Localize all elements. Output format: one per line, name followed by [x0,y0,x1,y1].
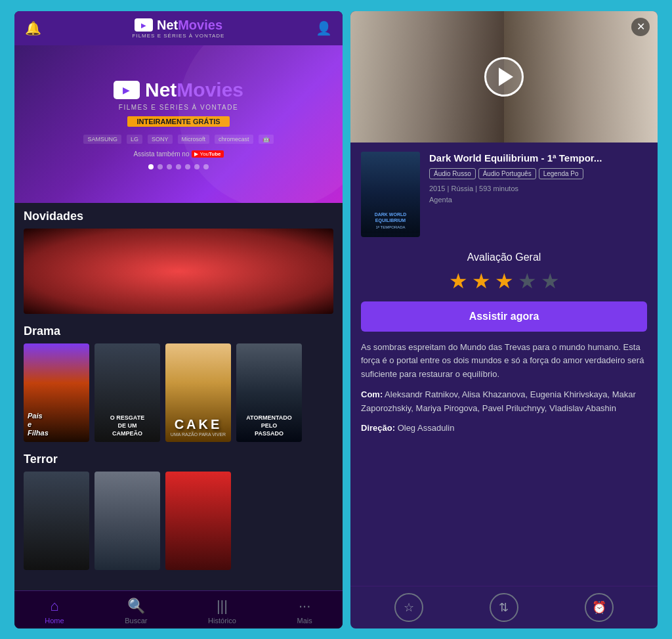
carousel-dot-3[interactable] [167,164,172,169]
hero-title-net: Net [145,79,177,101]
brand-lg: LG [127,135,142,144]
hero-free-badge: INTEIRAMENTE GRÁTIS [127,116,229,127]
thumb-inner: DARK WORLDEQUILIBRIUM 1ª TEMPORADA [361,152,420,233]
carousel-dot-4[interactable] [176,164,181,169]
historico-icon: ||| [217,598,228,615]
home-icon: ⌂ [50,598,58,615]
brand-android: 🤖 [259,135,274,144]
youtube-icon: ▶ YouTube [192,150,223,158]
header-logo: NetMovies FILMES E SÉRIES À VONTADE [133,18,225,39]
close-button[interactable]: ✕ [631,18,650,36]
terror-title: Terror [24,452,333,466]
carousel-dot-1[interactable] [148,164,154,169]
search-icon: 🔍 [127,598,145,615]
watch-now-button[interactable]: Assistir agora [361,301,647,332]
carousel-dots [148,164,209,169]
novidades-banner[interactable] [24,229,333,314]
star-2[interactable]: ★ [472,269,491,294]
audio-tag-portugues: Áudio Português [478,168,536,179]
movie-thumbnail: DARK WORLDEQUILIBRIUM 1ª TEMPORADA [361,152,420,237]
play-triangle-icon [499,68,513,86]
poster-atormentado: ATORMENTADOPELOPASSADO [236,343,302,442]
nav-mais-label: Mais [297,617,312,625]
info-icon[interactable]: ⏰ [585,593,614,622]
novidades-bg [24,229,333,314]
bottom-nav: ⌂ Home 🔍 Buscar ||| Histórico ··· Mais [14,590,343,628]
poster-pais-title: PaiseFilhas [28,412,49,438]
hero-logo-row: ▶ NetMovies [114,79,243,101]
star-1[interactable]: ★ [449,269,468,294]
carousel-dot-6[interactable] [194,164,200,169]
hero-logo-area: ▶ NetMovies FILMES E SÉRIES À VONTADE IN… [83,79,273,158]
hero-subtitle: FILMES E SÉRIES À VONTADE [119,104,238,111]
star-5[interactable]: ★ [541,269,560,294]
nav-historico[interactable]: ||| Histórico [208,598,236,625]
nav-home-label: Home [45,617,64,625]
terror-card-1[interactable] [24,472,89,570]
poster-cake-sub: UMA RAZÃO PARA VIVER [171,432,226,437]
hero-person-left [350,11,504,143]
youtube-pre-text: Assista também no [133,150,189,158]
user-icon[interactable]: 👤 [316,20,332,36]
bell-icon[interactable]: 🔔 [25,20,41,36]
right-scroll-content: DARK WORLDEQUILIBRIUM 1ª TEMPORADA Dark … [350,143,658,628]
thumb-title-label: DARK WORLDEQUILIBRIUM [375,211,407,223]
nav-mais[interactable]: ··· Mais [297,598,312,625]
poster-cake-title: CAKE [175,417,222,432]
tv-icon [135,18,153,32]
favorite-icon[interactable]: ☆ [394,593,423,622]
novidades-title: Novidades [24,209,333,223]
hero-title-movies: Movies [177,79,243,101]
right-panel: ✕ DARK WORLDEQUILIBRIUM 1ª TEMPORADA Dar… [350,11,658,628]
movie-card-atormentado[interactable]: ATORMENTADOPELOPASSADO [236,343,302,442]
rating-section: Avaliação Geral ★ ★ ★ ★ ★ [350,246,658,301]
brand-chromecast: chromecast [215,135,253,144]
dir-name: Oleg Assadulin [395,423,454,433]
dir-label: Direção: [361,423,395,433]
terror-card-2[interactable] [94,472,160,570]
nav-home[interactable]: ⌂ Home [45,598,64,625]
carousel-dot-2[interactable] [158,164,163,169]
nav-buscar[interactable]: 🔍 Buscar [125,598,147,625]
star-3[interactable]: ★ [495,269,514,294]
play-button[interactable] [484,57,524,97]
terror-section: Terror [14,446,343,574]
carousel-dot-7[interactable] [203,164,209,169]
movie-card-cake[interactable]: CAKE UMA RAZÃO PARA VIVER [165,343,231,442]
poster-pais: PaiseFilhas [24,343,89,442]
poster-resgate: O RESGATEDE UMCAMPEÃO [94,343,160,442]
stars-row: ★ ★ ★ ★ ★ [449,269,560,294]
poster-cake: CAKE UMA RAZÃO PARA VIVER [165,343,231,442]
audio-tag-russo: Áudio Russo [429,168,476,179]
movie-card-resgate[interactable]: O RESGATEDE UMCAMPEÃO [94,343,160,442]
brand-sony: SONY [148,135,173,144]
rating-title: Avaliação Geral [467,252,541,263]
movie-main-title: Dark World Equilibrium - 1ª Tempor... [429,152,647,165]
right-hero: ✕ [350,11,658,143]
bottom-icons-row: ☆ ⇅ ⏰ [350,586,658,628]
description-p1: As sombras espreitam do Mundo das Trevas… [361,341,647,382]
hero-tv-icon: ▶ [114,81,140,99]
movie-details: Dark World Equilibrium - 1ª Tempor... Áu… [429,152,647,237]
cast-names: Aleksandr Ratnikov, Alisa Khazanova, Eug… [361,389,636,413]
movie-country: Rússia [451,185,473,192]
movies-row: PaiseFilhas O RESGATEDE UMCAMPEÃO CAKE U… [24,343,333,442]
drama-section: Drama PaiseFilhas O RESGATEDE UMCAMPEÃO [14,318,343,446]
terror-card-3[interactable] [165,472,231,570]
hero-banner: ▶ NetMovies FILMES E SÉRIES À VONTADE IN… [14,45,343,203]
logo-text-net: Net [157,18,178,33]
terror-movies-row [24,472,333,570]
share-icon[interactable]: ⇅ [490,593,518,622]
watch-btn-area: Assistir agora [350,301,658,341]
movie-meta: 2015 | Rússia | 593 minutos Agenta [429,183,647,205]
carousel-dot-5[interactable] [185,164,190,169]
star-4[interactable]: ★ [518,269,537,294]
movie-genre: Agenta [429,196,452,204]
thumb-season-label: 1ª TEMPORADA [375,225,405,229]
logo-subtitle: FILMES E SÉRIES À VONTADE [133,33,225,39]
mais-icon: ··· [299,598,310,615]
nav-buscar-label: Buscar [125,617,147,625]
movie-card-pais[interactable]: PaiseFilhas [24,343,89,442]
nav-historico-label: Histórico [208,617,236,625]
movie-info-row: DARK WORLDEQUILIBRIUM 1ª TEMPORADA Dark … [350,143,658,246]
